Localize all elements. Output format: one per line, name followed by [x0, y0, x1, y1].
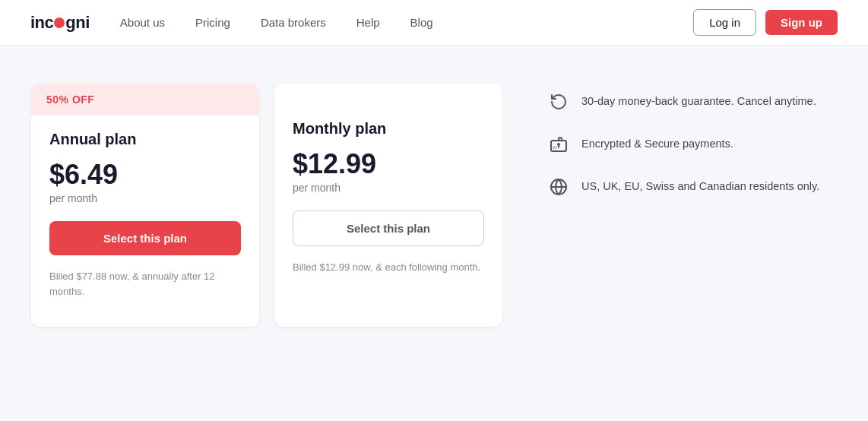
pricing-main: 50% OFF Annual plan $6.49 per month Sele…: [0, 46, 868, 421]
nav-data-brokers[interactable]: Data brokers: [261, 16, 326, 29]
nav-links: About us Pricing Data brokers Help Blog: [120, 16, 693, 29]
feature-secure-text: Encrypted & Secure payments.: [581, 134, 733, 153]
nav-actions: Log in Sign up: [693, 9, 838, 36]
nav-help[interactable]: Help: [356, 16, 380, 29]
monthly-plan-billing-note: Billed $12.99 now, & each following mont…: [293, 260, 484, 275]
annual-plan-name: Annual plan: [49, 131, 241, 148]
annual-plan-body: Annual plan $6.49 per month Select this …: [31, 131, 259, 299]
feature-residents-text: US, UK, EU, Swiss and Canadian residents…: [581, 176, 819, 195]
annual-plan-select-button[interactable]: Select this plan: [49, 221, 241, 255]
svg-text:01: 01: [553, 145, 557, 150]
refund-icon: [548, 91, 569, 112]
logo-dot-icon: [54, 17, 65, 28]
monthly-plan-name: Monthly plan: [293, 120, 484, 138]
pricing-container: 50% OFF Annual plan $6.49 per month Sele…: [31, 84, 837, 327]
logo-text: incgni: [30, 13, 90, 33]
monthly-plan-price: $12.99: [293, 148, 484, 180]
feature-item-secure: 01 Encrypted & Secure payments.: [548, 134, 837, 155]
annual-plan-billing-note: Billed $77.88 now, & annually after 12 m…: [49, 269, 241, 299]
nav-about-us[interactable]: About us: [120, 16, 165, 29]
signup-button[interactable]: Sign up: [765, 10, 838, 35]
logo[interactable]: incgni: [30, 13, 90, 33]
feature-item-residents: US, UK, EU, Swiss and Canadian residents…: [548, 176, 837, 198]
monthly-plan-period: per month: [293, 182, 484, 194]
annual-plan-badge: 50% OFF: [46, 93, 94, 106]
monthly-plan-select-button[interactable]: Select this plan: [293, 210, 484, 246]
globe-icon: [548, 176, 569, 198]
features-section: 30-day money-back guarantee. Cancel anyt…: [502, 84, 837, 219]
monthly-plan-no-badge: [274, 84, 502, 120]
feature-item-guarantee: 30-day money-back guarantee. Cancel anyt…: [548, 91, 837, 112]
nav-blog[interactable]: Blog: [410, 16, 433, 29]
navbar: incgni About us Pricing Data brokers Hel…: [0, 0, 868, 46]
monthly-plan-card: Monthly plan $12.99 per month Select thi…: [274, 84, 502, 327]
annual-plan-price: $6.49: [49, 159, 241, 191]
annual-plan-period: per month: [49, 192, 241, 204]
svg-point-2: [558, 144, 559, 145]
annual-plan-badge-row: 50% OFF: [31, 84, 259, 116]
login-button[interactable]: Log in: [693, 9, 756, 36]
monthly-plan-body: Monthly plan $12.99 per month Select thi…: [274, 120, 502, 275]
annual-plan-card: 50% OFF Annual plan $6.49 per month Sele…: [31, 84, 259, 327]
feature-guarantee-text: 30-day money-back guarantee. Cancel anyt…: [581, 91, 816, 110]
secure-payments-icon: 01: [548, 134, 569, 155]
nav-pricing[interactable]: Pricing: [195, 16, 230, 29]
